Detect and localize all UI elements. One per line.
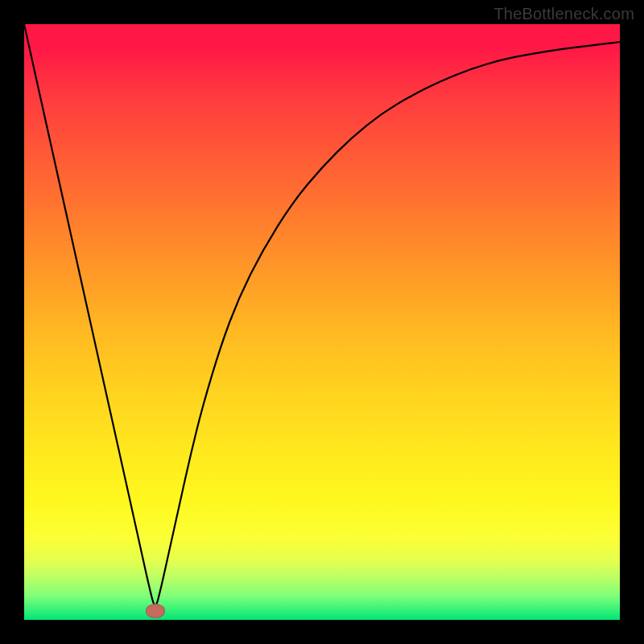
watermark-text: TheBottleneck.com bbox=[493, 5, 634, 23]
bottleneck-curve bbox=[24, 24, 620, 620]
plot-area bbox=[24, 24, 620, 620]
chart-frame: TheBottleneck.com bbox=[0, 0, 644, 644]
optimal-point-marker bbox=[146, 604, 165, 618]
